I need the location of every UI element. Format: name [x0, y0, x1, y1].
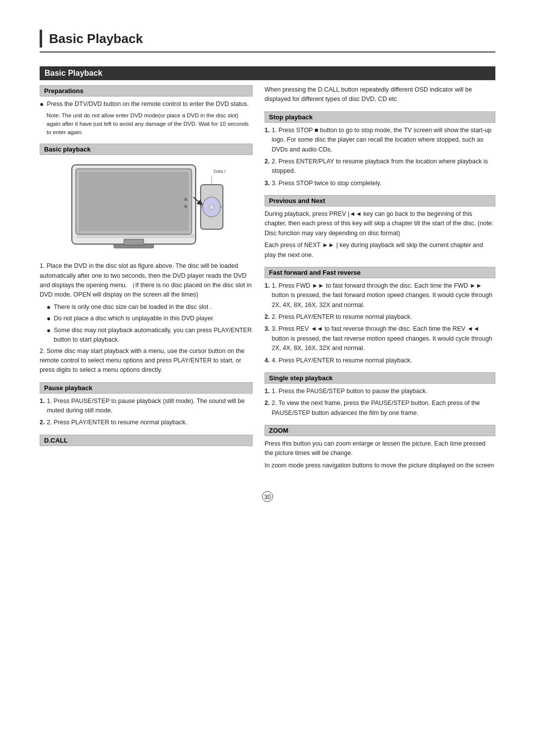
- single-step-list: 1. 1. Press the PAUSE/STEP button to pau…: [265, 387, 495, 418]
- bp-bullet3: ● Some disc may not playback automatical…: [47, 326, 253, 345]
- left-column: Preparations ● Press the DTV/DVD button …: [40, 85, 253, 477]
- preparations-bullet1: ● Press the DTV/DVD button on the remote…: [40, 100, 253, 109]
- zoom-section: ZOOM Press this button you can zoom enla…: [265, 425, 495, 470]
- basic-playback-section: Basic playback: [40, 144, 253, 375]
- basic-playback-header: Basic playback: [40, 144, 253, 155]
- bp-bullet2: ● Do not place a disc which is unplayabl…: [47, 314, 253, 324]
- single-step-section: Single step playback 1. 1. Press the PAU…: [265, 372, 495, 418]
- zoom-header: ZOOM: [265, 425, 495, 436]
- page-header: Basic Playback: [40, 30, 495, 52]
- svg-rect-2: [79, 172, 189, 231]
- stop-playback-list: 1. 1. Press STOP ■ button to go to stop …: [265, 126, 495, 188]
- fast-forward-section: Fast forward and Fast reverse 1. 1. Pres…: [265, 267, 495, 365]
- zoom-para2: In zoom mode press navigation buttons to…: [265, 461, 495, 470]
- pause-playback-section: Pause playback 1. 1. Press PAUSE/STEP to…: [40, 382, 253, 428]
- basic-playback-step2: 2. Some disc may start playback with a m…: [40, 347, 253, 375]
- preparations-note: Note: The unit do not allow enter DVD mo…: [47, 111, 253, 137]
- page-number-container: 30: [40, 487, 495, 506]
- prev-next-para2: Each press of NEXT ►► | key during playb…: [265, 241, 495, 260]
- ff-step1: 1. 1. Press FWD ►► to fast forward throu…: [265, 281, 495, 310]
- svg-text:Data Side: Data Side: [214, 169, 225, 174]
- bp-bullet1: ● There is only one disc size can be loa…: [47, 302, 253, 312]
- stop-step2: 2. 2. Press ENTER/PLAY to resume playbac…: [265, 157, 495, 176]
- svg-point-10: [209, 204, 214, 209]
- ff-step3: 3. 3. Press REV ◄◄ to fast reverse throu…: [265, 324, 495, 353]
- dvd-illustration: Data Side: [40, 160, 253, 256]
- pause-playback-list: 1. 1. Press PAUSE/STEP to pause playback…: [40, 397, 253, 428]
- ff-step4: 4. 4. Press PLAY/ENTER to resume normal …: [265, 356, 495, 365]
- pause-playback-header: Pause playback: [40, 382, 253, 394]
- preparations-header: Preparations: [40, 85, 253, 97]
- fast-forward-header: Fast forward and Fast reverse: [265, 267, 495, 278]
- page-number: 30: [262, 491, 273, 502]
- two-col-layout: Preparations ● Press the DTV/DVD button …: [40, 85, 495, 477]
- ss-step1: 1. 1. Press the PAUSE/STEP button to pau…: [265, 387, 495, 396]
- bullet-icon: ●: [40, 100, 44, 109]
- stop-step1: 1. 1. Press STOP ■ button to go to stop …: [265, 126, 495, 154]
- zoom-para1: Press this button you can zoom enlarge o…: [265, 439, 495, 458]
- prev-next-para1: During playback, press PREV |◄◄ key can …: [265, 209, 495, 238]
- dvd-player-svg: Data Side: [67, 160, 225, 256]
- ff-step2: 2. 2. Press PLAY/ENTER to resume normal …: [265, 312, 495, 322]
- single-step-header: Single step playback: [265, 372, 495, 384]
- dcall-text: When pressing the D.CALL button repeated…: [265, 85, 495, 104]
- prev-next-section: Previous and Next During playback, press…: [265, 195, 495, 260]
- svg-point-6: [184, 205, 187, 208]
- bullet-icon: ●: [47, 326, 51, 336]
- dcall-header: D.CALL: [40, 435, 253, 446]
- section-title: Basic Playback: [45, 69, 103, 77]
- stop-playback-section: Stop playback 1. 1. Press STOP ■ button …: [265, 111, 495, 188]
- page: Basic Playback Basic Playback Preparatio…: [0, 0, 535, 756]
- svg-rect-4: [124, 239, 144, 245]
- right-column: When pressing the D.CALL button repeated…: [265, 85, 495, 477]
- prev-next-header: Previous and Next: [265, 195, 495, 206]
- ss-step2: 2. 2. To view the next frame, press the …: [265, 399, 495, 418]
- pause-step2: 2. 2. Press PLAY/ENTER to resume normal …: [40, 418, 253, 427]
- page-header-title: Basic Playback: [49, 31, 143, 47]
- preparations-section: Preparations ● Press the DTV/DVD button …: [40, 85, 253, 137]
- header-bar: [40, 30, 42, 48]
- bullet-icon: ●: [47, 302, 51, 312]
- svg-point-5: [184, 198, 187, 201]
- basic-playback-step1: 1. Place the DVD in the disc slot as fig…: [40, 261, 253, 300]
- pause-step1: 1. 1. Press PAUSE/STEP to pause playback…: [40, 397, 253, 416]
- stop-step3: 3. 3. Press STOP twice to stop completel…: [265, 179, 495, 188]
- fast-forward-list: 1. 1. Press FWD ►► to fast forward throu…: [265, 281, 495, 365]
- dcall-section: D.CALL: [40, 435, 253, 446]
- bullet-icon: ●: [47, 314, 51, 324]
- stop-playback-header: Stop playback: [265, 111, 495, 123]
- section-title-bar: Basic Playback: [40, 66, 495, 80]
